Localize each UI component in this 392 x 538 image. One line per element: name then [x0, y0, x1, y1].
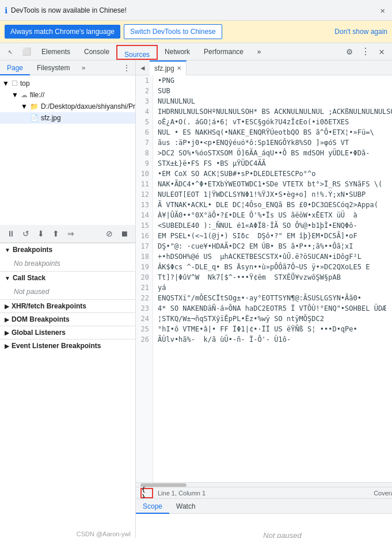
code-line: •EM CoX SO ACK¦SUB#•sP•DLEDLETESCPo°^o — [158, 169, 392, 179]
file-tree: ▼ ☐ top ▼ ☁ file:// ▼ 📁 D:/Desktop/daxue… — [0, 75, 135, 225]
event-listener-section: ▶ Event Listener Breakpoints — [0, 339, 135, 352]
tab-sources[interactable]: Sources — [116, 45, 158, 60]
file-tab-sfz[interactable]: sfz.jpg ✕ — [150, 60, 187, 75]
xhr-breakpoints-header[interactable]: ▶ XHR/fetch Breakpoints — [0, 300, 135, 312]
position-text: Line 1, Column 1 — [158, 490, 205, 497]
debugger-controls: ⏸ ↺ ⬇ ⬆ ⇒ ⊘ ⏹ — [0, 225, 135, 243]
folder-yellow-icon: 📁 — [30, 102, 39, 110]
tree-label-top: top — [20, 79, 30, 87]
code-line: NUL • ES NAKHSq(•NAKE_ENQRŸÚeotbQO BS ã^… — [158, 127, 392, 138]
close-notification-button[interactable]: ✕ — [378, 5, 387, 16]
global-listeners-section: ▶ Global Listeners — [0, 326, 135, 339]
tab-console[interactable]: Console — [77, 43, 116, 60]
code-line: ÃÙlv•hã%- k/ã ùÜ•-ñ- Ï-Ô'- Ù1ô- — [158, 334, 392, 345]
breakpoints-header[interactable]: ▼ Breakpoints — [0, 243, 135, 256]
scope-tab-watch[interactable]: Watch — [169, 499, 203, 514]
nav-back-icon[interactable]: ◀ — [136, 60, 150, 75]
src-tab-filesystem[interactable]: Filesystem — [30, 60, 77, 75]
watermark: CSDN @Aaron-ywl — [0, 528, 135, 538]
code-line: +•hDSOH%@é US µhACKETBESCSTX•ûÛ.ë?öSUCAN… — [158, 251, 392, 262]
status-bar: { } Line 1, Column 1 Coverage: n/a ▼ — [136, 487, 392, 498]
step-over-button[interactable]: ↺ — [20, 227, 32, 240]
step-into-button[interactable]: ⬇ — [35, 227, 47, 240]
call-stack-title: Call Stack — [13, 274, 45, 282]
notification-bar: ℹ DevTools is now available in Chinese! … — [0, 0, 392, 21]
xhr-breakpoints-section: ▶ XHR/fetch Breakpoints — [0, 299, 135, 312]
scope-tabs: Scope Watch — [136, 499, 392, 514]
call-stack-section: ▼ Call Stack Not paused — [0, 271, 135, 299]
deactivate-breakpoints-button[interactable]: ⊘ — [103, 227, 116, 240]
tree-label-file: file:// — [30, 91, 44, 99]
tab-network[interactable]: Network — [158, 43, 197, 60]
inspect-icon[interactable]: ⬜ — [18, 44, 35, 60]
language-banner: Always match Chrome's language Switch De… — [0, 21, 392, 43]
src-tab-page[interactable]: Page — [0, 60, 30, 75]
cloud-icon: ☁ — [21, 91, 28, 99]
dom-breakpoints-section: ▶ DOM Breakpoints — [0, 312, 135, 326]
code-line: oĔ¿A•O(. áGO¦á•6¦ vT•ESC§gók?U4zĬ¢Eo(•i0… — [158, 117, 392, 127]
scope-content: Not paused — [136, 514, 392, 538]
global-listeners-header[interactable]: ▶ Global Listeners — [0, 326, 135, 339]
arrow-folder-icon: ▼ — [21, 102, 28, 110]
step-out-button[interactable]: ⬆ — [50, 227, 62, 240]
code-line: •PNG — [158, 75, 392, 86]
scope-not-paused: Not paused — [263, 531, 302, 538]
dont-show-link[interactable]: Don't show again — [334, 28, 387, 36]
always-match-button[interactable]: Always match Chrome's language — [5, 25, 120, 39]
code-line: À¥|ÛÃ0••°0X°äÔ•?£•DLE Ô'%•Ïs US ãëöW•xĒE… — [158, 210, 392, 220]
global-listeners-title: Global Listeners — [12, 329, 66, 337]
xhr-breakpoints-title: XHR/fetch Breakpoints — [12, 302, 86, 310]
stop-button[interactable]: ⏹ — [118, 227, 131, 240]
code-lines: •PNGSUBNULNULNULIHDRNULNULSOHºNULNULSOH*… — [153, 75, 392, 482]
code-line: ÂK$Φcs ^-DLE_q• BS Äsyn••ù»pÔÔã7Ô~US ÿ•»… — [158, 262, 392, 272]
settings-icon[interactable]: ⚙ — [341, 44, 357, 60]
event-listener-header[interactable]: ▶ Event Listener Breakpoints — [0, 339, 135, 352]
xhr-arrow-icon: ▶ — [5, 303, 9, 310]
pause-resume-button[interactable]: ⏸ — [5, 227, 17, 240]
close-devtools-icon[interactable]: ✕ — [374, 44, 390, 60]
tree-item-file[interactable]: ▼ ☁ file:// — [0, 89, 135, 101]
format-button[interactable]: { } — [140, 488, 153, 498]
code-line: EM PSEL•(<~1(@j•) SIδc DŞô•?" EM îþ}EM•D… — [158, 231, 392, 241]
breakpoints-title: Breakpoints — [13, 246, 52, 254]
code-line: °hI•ô VTME•â|• FF ÏΦ1|¢•·ÏÏ US ëŸÑß S¦ •… — [158, 324, 392, 334]
breakpoints-arrow-icon: ▼ — [5, 247, 10, 253]
horiz-scroll-thumb[interactable] — [140, 483, 187, 487]
call-stack-arrow-icon: ▼ — [5, 275, 10, 281]
tree-label-folder: D:/Desktop/daxue/shiyanshi/Pr — [41, 102, 135, 110]
no-breakpoints-text: No breakpoints — [0, 256, 135, 271]
line-numbers: 1 2 3 4 5 6 7 8 9 10 11 12 13 14 15 16 1 — [136, 75, 153, 482]
tab-elements[interactable]: Elements — [35, 43, 77, 60]
horizontal-scrollbar[interactable]: ▶ — [136, 482, 392, 487]
code-line: >DC2 SO%•%óoSTXSOM Ö]6ÃA_áqU••Ô BS mdSOH… — [158, 148, 392, 158]
file-tab-close-icon[interactable]: ✕ — [177, 65, 181, 71]
code-line: ãus :äP•j0•<p•ENQŷéuó*ô:Sp1ENGÔYk8%SO ]»… — [158, 138, 392, 148]
arrow-right-icon: ▼ — [2, 79, 9, 87]
code-line: SUB — [158, 86, 392, 96]
file-tab-name: sfz.jpg — [154, 64, 174, 73]
scope-watch-panel: Scope Watch Not paused — [136, 498, 392, 538]
event-arrow-icon: ▶ — [5, 343, 9, 349]
tree-item-sfz[interactable]: 📄 sfz.jpg — [0, 112, 135, 124]
tree-label-sfz: sfz.jpg — [41, 114, 61, 122]
tree-item-top[interactable]: ▼ ☐ top — [0, 78, 135, 89]
code-line: Tt]?|ΦûV^W Nk7[$^-•••Ÿ¢ëm STXẾÜ¥vzwôŞW§p… — [158, 272, 392, 283]
notification-text: DevTools is now available in Chinese! — [11, 6, 375, 14]
pointer-icon[interactable]: ↖ — [2, 44, 18, 60]
switch-devtools-button[interactable]: Switch DevTools to Chinese — [124, 24, 222, 39]
scope-tab-scope[interactable]: Scope — [136, 499, 169, 514]
step-button[interactable]: ⇒ — [64, 227, 77, 240]
tab-more[interactable]: » — [250, 43, 268, 60]
code-editor[interactable]: 1 2 3 4 5 6 7 8 9 10 11 12 13 14 15 16 1 — [136, 75, 392, 482]
tab-performance[interactable]: Performance — [197, 43, 250, 60]
tree-item-folder[interactable]: ▼ 📁 D:/Desktop/daxue/shiyanshi/Pr — [0, 101, 135, 112]
dom-breakpoints-header[interactable]: ▶ DOM Breakpoints — [0, 313, 135, 326]
global-arrow-icon: ▶ — [5, 330, 9, 336]
new-snippet-icon[interactable]: ⋮ — [118, 60, 135, 75]
call-stack-header[interactable]: ▼ Call Stack — [0, 272, 135, 284]
code-line: yá — [158, 283, 392, 293]
src-tab-more[interactable]: » — [77, 60, 90, 75]
menu-icon[interactable]: ⋮ — [357, 44, 374, 60]
code-line: ¦STKQ/W±¬ñqSTXŷïĒpPL•Ëz•%wÿ SO ntÿMÔŞDC2 — [158, 314, 392, 324]
dom-breakpoints-title: DOM Breakpoints — [12, 315, 70, 323]
